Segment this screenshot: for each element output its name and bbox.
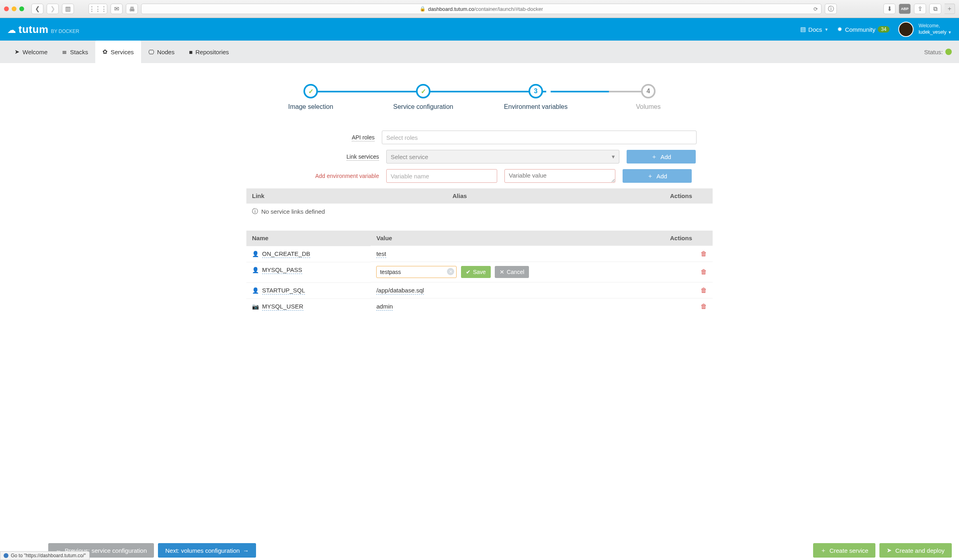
- step-image-selection[interactable]: ✓ Image selection: [270, 84, 351, 110]
- step-service-configuration[interactable]: ✓ Service configuration: [383, 84, 463, 110]
- monitor-icon: 🖵: [148, 49, 154, 55]
- toolbar-mail-icon[interactable]: ✉: [111, 4, 123, 14]
- add-label: Add: [656, 173, 667, 180]
- toolbar-reader-icon[interactable]: ⓘ: [825, 4, 837, 14]
- env-value-input[interactable]: [504, 169, 615, 183]
- browser-chrome: ❮ ❯ ▥ ⋮⋮⋮ ✉ 🖶 🔒 dashboard.tutum.co/conta…: [0, 0, 959, 18]
- env-value-input-inline[interactable]: [376, 266, 457, 278]
- empty-text: No service links defined: [261, 208, 325, 215]
- tab-label: Nodes: [157, 49, 174, 55]
- env-name-text[interactable]: ON_CREATE_DB: [262, 250, 310, 258]
- tab-label: Services: [111, 49, 134, 55]
- brand-logo-icon: ☁: [7, 25, 16, 35]
- url-path: /container/launch/#tab-docker: [474, 6, 543, 12]
- puzzle-icon: ✹: [837, 26, 842, 33]
- toolbar-tabs-icon[interactable]: ⧉: [929, 4, 941, 14]
- user-icon: 👤: [252, 267, 259, 273]
- tab-nodes[interactable]: 🖵Nodes: [141, 41, 182, 63]
- env-name-input[interactable]: [386, 169, 497, 183]
- brand-name: tutum: [18, 23, 49, 36]
- plus-icon: ＋: [647, 172, 653, 180]
- col-name: Name: [246, 231, 371, 246]
- add-env-button[interactable]: ＋Add: [623, 169, 692, 183]
- docs-link[interactable]: ▤ Docs ▼: [800, 26, 828, 33]
- stack-icon: ≣: [62, 48, 67, 55]
- brand[interactable]: ☁ tutum BY DOCKER: [7, 23, 79, 36]
- community-link[interactable]: ✹ Community 34: [837, 26, 889, 33]
- links-table: Link Alias Actions ⓘNo service links def…: [246, 188, 713, 219]
- step-check-icon: ✓: [416, 84, 430, 98]
- status-indicator[interactable]: Status:: [924, 41, 952, 63]
- address-bar[interactable]: 🔒 dashboard.tutum.co/container/launch/#t…: [141, 4, 822, 14]
- tab-welcome[interactable]: ➤Welcome: [7, 41, 55, 63]
- maximize-window[interactable]: [19, 6, 24, 11]
- plus-icon: ＋: [651, 153, 657, 161]
- close-window[interactable]: [4, 6, 9, 11]
- env-value-text[interactable]: test: [376, 250, 386, 258]
- col-link: Link: [246, 188, 447, 204]
- status-label: Status:: [924, 49, 943, 55]
- col-alias: Alias: [447, 188, 664, 204]
- env-var-row: 📷MYSQL_USER admin 🗑: [246, 298, 713, 315]
- new-tab-button[interactable]: +: [945, 4, 955, 14]
- tab-stacks[interactable]: ≣Stacks: [55, 41, 95, 63]
- step-label: Volumes: [636, 103, 660, 110]
- rocket-icon: ➤: [14, 48, 20, 55]
- community-label: Community: [845, 26, 875, 33]
- check-icon: ✔: [466, 269, 471, 275]
- delete-button[interactable]: 🗑: [701, 250, 707, 257]
- api-roles-input[interactable]: [382, 131, 697, 144]
- nav-forward-button[interactable]: ❯: [47, 4, 59, 14]
- caret-down-icon: ▼: [948, 30, 952, 35]
- col-value: Value: [371, 231, 664, 246]
- tab-label: Stacks: [70, 49, 88, 55]
- nav-back-button[interactable]: ❮: [31, 4, 43, 14]
- user-menu[interactable]: Welcome, ludek_vesely ▼: [898, 22, 952, 37]
- save-button[interactable]: ✔Save: [461, 266, 491, 278]
- env-var-row: 👤MYSQL_PASS ✕ ✔Save ✕Cancel 🗑: [246, 262, 713, 282]
- env-name-text[interactable]: MYSQL_PASS: [262, 266, 302, 274]
- close-icon: ✕: [500, 269, 504, 275]
- step-volumes[interactable]: 4 Volumes: [608, 84, 689, 110]
- tab-services[interactable]: ✿Services: [95, 41, 141, 63]
- step-label: Image selection: [288, 103, 333, 110]
- tab-repositories[interactable]: ■Repositories: [182, 41, 236, 63]
- delete-button[interactable]: 🗑: [701, 268, 707, 275]
- book-icon: ▤: [800, 26, 806, 33]
- add-label: Add: [660, 153, 671, 160]
- folder-icon: ■: [189, 49, 193, 55]
- env-value-text[interactable]: admin: [376, 303, 393, 311]
- status-dot: [945, 49, 952, 55]
- step-check-icon: ✓: [303, 84, 318, 98]
- add-link-button[interactable]: ＋Add: [627, 150, 696, 164]
- toolbar-print-icon[interactable]: 🖶: [126, 4, 138, 14]
- lock-icon: 🔒: [420, 6, 426, 12]
- app-header: ☁ tutum BY DOCKER ▤ Docs ▼ ✹ Community 3…: [0, 18, 959, 41]
- reload-icon[interactable]: ⟳: [814, 6, 818, 12]
- env-value-edit: ✕: [376, 266, 457, 278]
- delete-button[interactable]: 🗑: [701, 303, 707, 310]
- url-domain: dashboard.tutum.co: [428, 6, 474, 12]
- toolbar-download-icon[interactable]: ⬇: [883, 4, 895, 14]
- welcome-text: Welcome,: [918, 23, 952, 29]
- env-value-text[interactable]: /app/database.sql: [376, 287, 424, 294]
- cancel-button[interactable]: ✕Cancel: [495, 266, 529, 278]
- add-env-label: Add environment variable: [315, 173, 379, 179]
- toolbar-share-icon[interactable]: ⇪: [914, 4, 926, 14]
- env-name-text[interactable]: STARTUP_SQL: [262, 287, 305, 294]
- link-services-select[interactable]: Select service ▾: [386, 150, 619, 164]
- env-name-text[interactable]: MYSQL_USER: [262, 303, 303, 311]
- toolbar-grid-icon[interactable]: ⋮⋮⋮: [88, 4, 107, 14]
- camera-icon: 📷: [252, 303, 259, 310]
- tab-label: Welcome: [23, 49, 47, 55]
- main-nav: ➤Welcome ≣Stacks ✿Services 🖵Nodes ■Repos…: [0, 41, 959, 63]
- delete-button[interactable]: 🗑: [701, 287, 707, 294]
- info-icon: ⓘ: [252, 208, 258, 215]
- community-badge: 34: [878, 26, 889, 33]
- toolbar-abp-icon[interactable]: ABP: [899, 4, 911, 14]
- col-actions: Actions: [664, 188, 713, 204]
- avatar: [898, 22, 914, 37]
- step-environment-variables[interactable]: 3 Environment variables: [496, 84, 576, 110]
- minimize-window[interactable]: [12, 6, 16, 11]
- sidebar-toggle[interactable]: ▥: [62, 4, 74, 14]
